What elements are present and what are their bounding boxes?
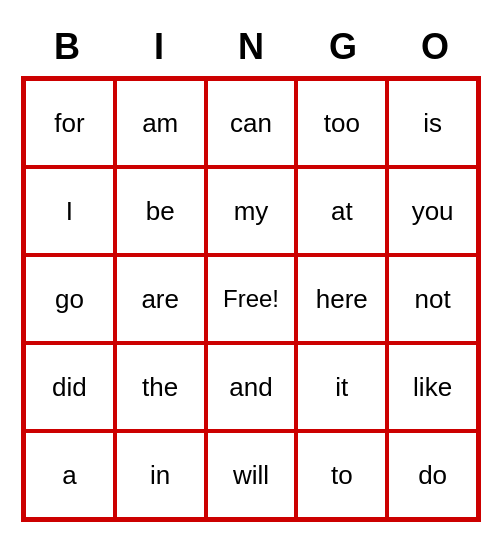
header-letter-n: N [205,22,297,72]
header-letter-i: I [113,22,205,72]
bingo-card: BINGO foramcantooisIbemyatyougoareFree!h… [21,22,481,522]
bingo-row-2: goareFree!herenot [24,255,478,343]
header-letter-o: O [389,22,481,72]
bingo-cell-2-2[interactable]: Free! [206,255,297,343]
bingo-row-4: ainwilltodo [24,431,478,519]
header-letter-b: B [21,22,113,72]
bingo-cell-4-2[interactable]: will [206,431,297,519]
bingo-row-3: didtheanditlike [24,343,478,431]
bingo-cell-3-0[interactable]: did [24,343,115,431]
bingo-cell-0-3[interactable]: too [296,79,387,167]
bingo-cell-4-4[interactable]: do [387,431,478,519]
bingo-cell-0-4[interactable]: is [387,79,478,167]
bingo-cell-3-1[interactable]: the [115,343,206,431]
bingo-cell-2-4[interactable]: not [387,255,478,343]
bingo-cell-1-3[interactable]: at [296,167,387,255]
bingo-cell-1-1[interactable]: be [115,167,206,255]
bingo-header: BINGO [21,22,481,72]
bingo-cell-0-2[interactable]: can [206,79,297,167]
bingo-cell-1-0[interactable]: I [24,167,115,255]
bingo-grid: foramcantooisIbemyatyougoareFree!herenot… [21,76,481,522]
bingo-cell-2-3[interactable]: here [296,255,387,343]
bingo-row-0: foramcantoois [24,79,478,167]
bingo-cell-0-1[interactable]: am [115,79,206,167]
bingo-cell-4-3[interactable]: to [296,431,387,519]
bingo-cell-4-0[interactable]: a [24,431,115,519]
bingo-row-1: Ibemyatyou [24,167,478,255]
bingo-cell-3-4[interactable]: like [387,343,478,431]
bingo-cell-3-3[interactable]: it [296,343,387,431]
bingo-cell-4-1[interactable]: in [115,431,206,519]
bingo-cell-1-2[interactable]: my [206,167,297,255]
bingo-cell-0-0[interactable]: for [24,79,115,167]
bingo-cell-2-1[interactable]: are [115,255,206,343]
bingo-cell-1-4[interactable]: you [387,167,478,255]
header-letter-g: G [297,22,389,72]
bingo-cell-3-2[interactable]: and [206,343,297,431]
bingo-cell-2-0[interactable]: go [24,255,115,343]
